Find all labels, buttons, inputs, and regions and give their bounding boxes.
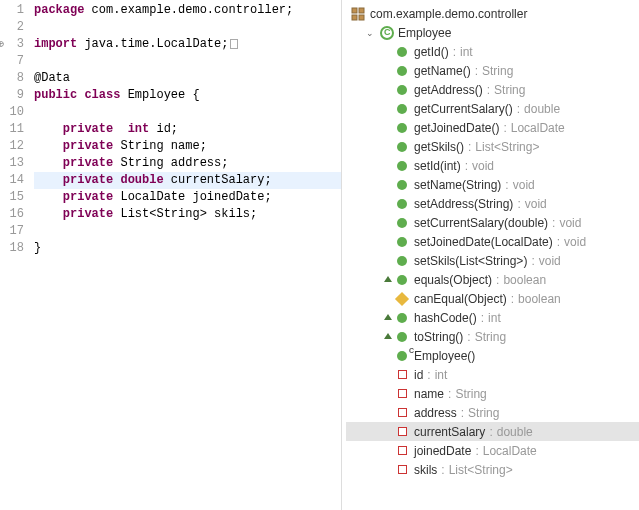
member-type: LocalDate [511,121,565,135]
outline-member[interactable]: skils : List<String> [346,460,639,479]
member-type: String [468,406,499,420]
member-name: getName() [414,64,471,78]
public-method-icon [394,253,410,269]
member-name: getSkils() [414,140,464,154]
code-line[interactable] [34,223,341,240]
protected-method-icon [394,291,410,307]
outline-member[interactable]: getAddress() : String [346,80,639,99]
public-method-icon [394,158,410,174]
code-line[interactable]: import java.time.LocalDate; [34,36,341,53]
outline-class[interactable]: ⌄ Employee [346,23,639,42]
expand-toggle-icon[interactable]: ⌄ [364,27,376,39]
line-number: 13 [0,155,24,172]
member-name: getAddress() [414,83,483,97]
code-line[interactable]: private List<String> skils; [34,206,341,223]
outline-member[interactable]: getSkils() : List<String> [346,137,639,156]
outline-member[interactable]: setId(int) : void [346,156,639,175]
member-name: currentSalary [414,425,485,439]
member-name: setAddress(String) [414,197,513,211]
code-line[interactable]: private String name; [34,138,341,155]
outline-member[interactable]: currentSalary : double [346,422,639,441]
outline-package[interactable]: com.example.demo.controller [346,4,639,23]
outline-member[interactable]: hashCode() : int [346,308,639,327]
public-method-icon [394,63,410,79]
line-number: 8 [0,70,24,87]
line-number: 7 [0,53,24,70]
member-name: equals(Object) [414,273,492,287]
member-name: joinedDate [414,444,471,458]
svg-rect-0 [352,8,357,13]
line-number: 2 [0,19,24,36]
svg-rect-3 [359,15,364,20]
code-line[interactable]: public class Employee { [34,87,341,104]
code-line[interactable]: private String address; [34,155,341,172]
outline-member[interactable]: setJoinedDate(LocalDate) : void [346,232,639,251]
outline-member[interactable]: canEqual(Object) : boolean [346,289,639,308]
line-number: 18 [0,240,24,257]
line-number: 9 [0,87,24,104]
class-icon [380,26,394,40]
constructor-icon [394,348,410,364]
member-name: setId(int) [414,159,461,173]
member-name: getCurrentSalary() [414,102,513,116]
member-name: toString() [414,330,463,344]
code-editor[interactable]: 123789101112131415161718 package com.exa… [0,0,342,510]
member-type: void [559,216,581,230]
member-name: setSkils(List<String>) [414,254,527,268]
code-line[interactable]: private LocalDate joinedDate; [34,189,341,206]
line-number: 17 [0,223,24,240]
code-line[interactable] [34,53,341,70]
outline-member[interactable]: joinedDate : LocalDate [346,441,639,460]
outline-member[interactable]: toString() : String [346,327,639,346]
code-line[interactable] [34,19,341,36]
member-name: hashCode() [414,311,477,325]
code-line[interactable]: package com.example.demo.controller; [34,2,341,19]
outline-member[interactable]: Employee() [346,346,639,365]
member-type: double [497,425,533,439]
outline-member[interactable]: getJoinedDate() : LocalDate [346,118,639,137]
code-line[interactable] [34,104,341,121]
member-type: void [513,178,535,192]
line-number: 16 [0,206,24,223]
public-method-icon [394,120,410,136]
public-method-icon [394,177,410,193]
public-method-icon [394,329,410,345]
outline-member[interactable]: equals(Object) : boolean [346,270,639,289]
private-field-icon [394,386,410,402]
code-line[interactable]: private double currentSalary; [34,172,341,189]
member-type: String [494,83,525,97]
class-label: Employee [398,26,451,40]
member-type: List<String> [449,463,513,477]
member-name: setCurrentSalary(double) [414,216,548,230]
code-line[interactable]: @Data [34,70,341,87]
private-field-icon [394,443,410,459]
member-type: String [475,330,506,344]
member-type: void [539,254,561,268]
outline-member[interactable]: setAddress(String) : void [346,194,639,213]
outline-member[interactable]: getCurrentSalary() : double [346,99,639,118]
member-name: Employee() [414,349,475,363]
folded-indicator-icon[interactable] [230,39,238,49]
outline-view[interactable]: com.example.demo.controller ⌄ Employee g… [342,0,639,510]
outline-member[interactable]: setCurrentSalary(double) : void [346,213,639,232]
outline-member[interactable]: getId() : int [346,42,639,61]
member-name: setName(String) [414,178,501,192]
line-gutter: 123789101112131415161718 [0,0,32,510]
outline-member[interactable]: id : int [346,365,639,384]
member-name: getJoinedDate() [414,121,499,135]
code-line[interactable]: } [34,240,341,257]
outline-member[interactable]: setSkils(List<String>) : void [346,251,639,270]
package-label: com.example.demo.controller [370,7,527,21]
code-area[interactable]: package com.example.demo.controller;impo… [32,0,341,510]
outline-member[interactable]: setName(String) : void [346,175,639,194]
private-field-icon [394,367,410,383]
outline-member[interactable]: name : String [346,384,639,403]
code-line[interactable]: private int id; [34,121,341,138]
member-name: getId() [414,45,449,59]
outline-member[interactable]: address : String [346,403,639,422]
svg-rect-1 [359,8,364,13]
member-name: address [414,406,457,420]
public-method-icon [394,82,410,98]
outline-member[interactable]: getName() : String [346,61,639,80]
member-type: int [435,368,448,382]
